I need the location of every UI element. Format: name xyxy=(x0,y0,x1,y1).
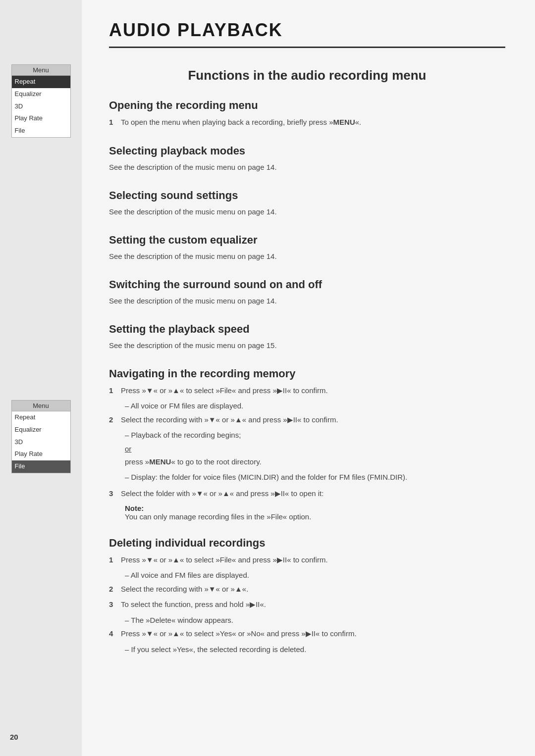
menu-bottom-item-3d[interactable]: 3D xyxy=(12,436,70,449)
selecting-sound-text: See the description of the music menu on… xyxy=(109,206,505,218)
deleting-num-1: 1 xyxy=(109,554,117,566)
deleting-item-3: 3 To select the function, press and hold… xyxy=(109,598,505,611)
navigating-press-menu: press »MENU« to go to the root directory… xyxy=(125,456,505,468)
section-selecting-sound: Selecting sound settings See the descrip… xyxy=(109,189,505,218)
equalizer-text: See the description of the music menu on… xyxy=(109,251,505,262)
section-navigating-heading: Navigating in the recording memory xyxy=(109,367,505,380)
section-surround: Switching the surround sound on and off … xyxy=(109,278,505,307)
section-selecting-playback-heading: Selecting playback modes xyxy=(109,145,505,157)
deleting-item-4: 4 Press »▼« or »▲« to select »Yes« or »N… xyxy=(109,627,505,640)
menu-top-item-3d[interactable]: 3D xyxy=(12,101,70,113)
main-section-title: Functions in the audio recording menu xyxy=(109,68,505,83)
section-deleting-heading: Deleting individual recordings xyxy=(109,537,505,550)
menu-box-top: Menu Repeat Equalizer 3D Play Rate File xyxy=(11,64,71,138)
speed-text: See the description of the music menu on… xyxy=(109,340,505,352)
deleting-item-1: 1 Press »▼« or »▲« to select »File« and … xyxy=(109,554,505,566)
menu-bottom-header: Menu xyxy=(12,401,70,411)
menu-top-item-playrate[interactable]: Play Rate xyxy=(12,112,70,125)
navigating-sub-1a: All voice or FM files are displayed. xyxy=(125,400,505,412)
deleting-sub-3a: The »Delete« window appears. xyxy=(125,614,505,627)
content-area: AUDIO PLAYBACK Functions in the audio re… xyxy=(89,0,535,687)
section-equalizer-heading: Setting the custom equalizer xyxy=(109,234,505,247)
navigating-or: or xyxy=(125,445,505,453)
section-opening: Opening the recording menu 1 To open the… xyxy=(109,99,505,129)
menu-bottom-item-file[interactable]: File xyxy=(12,460,70,473)
opening-item-1: 1 To open the menu when playing back a r… xyxy=(109,116,505,129)
menu-top-header: Menu xyxy=(12,65,70,76)
navigating-item-1: 1 Press »▼« or »▲« to select »File« and … xyxy=(109,384,505,397)
section-selecting-sound-heading: Selecting sound settings xyxy=(109,189,505,202)
menu-bottom-item-repeat[interactable]: Repeat xyxy=(12,411,70,424)
section-speed: Setting the playback speed See the descr… xyxy=(109,323,505,352)
deleting-sub-1a: All voice and FM files are displayed. xyxy=(125,569,505,582)
section-opening-heading: Opening the recording menu xyxy=(109,99,505,112)
menu-bottom-item-playrate[interactable]: Play Rate xyxy=(12,448,70,460)
section-selecting-playback: Selecting playback modes See the descrip… xyxy=(109,145,505,173)
page: Menu Repeat Equalizer 3D Play Rate File … xyxy=(0,0,535,756)
deleting-num-2: 2 xyxy=(109,583,117,596)
deleting-sub-4a: If you select »Yes«, the selected record… xyxy=(125,643,505,656)
navigating-note-text: You can only manage recording files in t… xyxy=(125,512,505,521)
menu-top-item-repeat[interactable]: Repeat xyxy=(12,76,70,88)
deleting-text-4: Press »▼« or »▲« to select »Yes« or »No«… xyxy=(121,627,357,640)
page-number: 20 xyxy=(10,733,18,741)
deleting-num-4: 4 xyxy=(109,627,117,640)
opening-num-1: 1 xyxy=(109,116,117,129)
menu-bottom-item-equalizer[interactable]: Equalizer xyxy=(12,424,70,436)
menu-top-item-equalizer[interactable]: Equalizer xyxy=(12,88,70,101)
navigating-item-2: 2 Select the recording with »▼« or »▲« a… xyxy=(109,413,505,426)
page-title: AUDIO PLAYBACK xyxy=(109,20,505,48)
section-speed-heading: Setting the playback speed xyxy=(109,323,505,336)
deleting-text-3: To select the function, press and hold »… xyxy=(121,598,266,611)
deleting-text-1: Press »▼« or »▲« to select »File« and pr… xyxy=(121,554,328,566)
navigating-num-2: 2 xyxy=(109,413,117,426)
section-deleting: Deleting individual recordings 1 Press »… xyxy=(109,537,505,656)
navigating-sub-or-1: Display: the folder for voice files (MIC… xyxy=(125,471,505,484)
section-navigating: Navigating in the recording memory 1 Pre… xyxy=(109,367,505,521)
menu-box-bottom: Menu Repeat Equalizer 3D Play Rate File xyxy=(11,400,71,473)
navigating-text-2: Select the recording with »▼« or »▲« and… xyxy=(121,413,338,426)
navigating-text-1: Press »▼« or »▲« to select »File« and pr… xyxy=(121,384,328,397)
opening-text-1: To open the menu when playing back a rec… xyxy=(121,116,361,129)
navigating-num-3: 3 xyxy=(109,487,117,500)
deleting-num-3: 3 xyxy=(109,598,117,611)
section-surround-heading: Switching the surround sound on and off xyxy=(109,278,505,291)
navigating-sub-2a: Playback of the recording begins; xyxy=(125,429,505,442)
deleting-item-2: 2 Select the recording with »▼« or »▲«. xyxy=(109,583,505,596)
surround-text: See the description of the music menu on… xyxy=(109,295,505,307)
navigating-note-label: Note: xyxy=(125,504,505,512)
section-equalizer: Setting the custom equalizer See the des… xyxy=(109,234,505,262)
navigating-num-1: 1 xyxy=(109,384,117,397)
selecting-playback-text: See the description of the music menu on… xyxy=(109,161,505,173)
sidebar: Menu Repeat Equalizer 3D Play Rate File … xyxy=(0,0,82,756)
deleting-text-2: Select the recording with »▼« or »▲«. xyxy=(121,583,248,596)
navigating-item-3: 3 Select the folder with »▼« or »▲« and … xyxy=(109,487,505,500)
navigating-text-3: Select the folder with »▼« or »▲« and pr… xyxy=(121,487,323,500)
menu-top-item-file[interactable]: File xyxy=(12,125,70,137)
